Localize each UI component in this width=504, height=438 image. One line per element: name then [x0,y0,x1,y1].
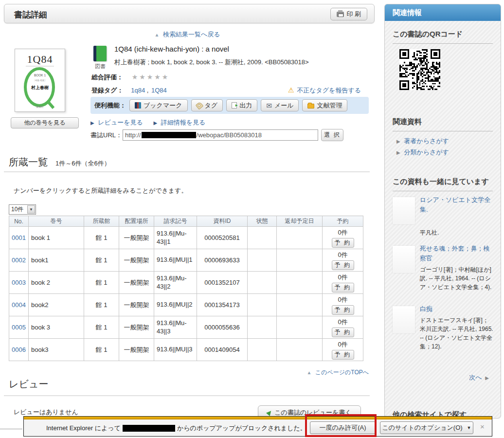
page-top-link[interactable]: ▲ このページのTOPへ [9,368,369,377]
holding-call-number: 913.6||MU||3 [154,339,197,361]
book-material-icon [93,46,107,61]
next-link[interactable]: 次へ ▶ [469,373,489,382]
bookmark-label: ブックマーク [144,101,182,110]
url-prefix: http:// [125,131,141,139]
allow-once-button[interactable]: 一度のみ許可(A) [310,421,376,434]
holding-no-cell: 0006 [9,339,29,361]
output-label: 出力 [239,101,252,110]
tags-row: 登録タグ： 1q84 , 1Q84 [91,86,167,95]
tag-button[interactable]: タグ [191,99,223,111]
holding-volume: book 2 [31,279,50,286]
holding-reserve-cell: 0件予 約 [323,294,363,316]
holdings-table: No. 巻号 所蔵館 配置場所 請求記号 資料ID 状態 返却予定日 予約 00… [9,216,363,361]
col-no: No. [9,216,29,227]
search-by-author-link[interactable]: ▶ 著者からさがす [396,137,449,146]
review-empty-text: レビューはありません [14,408,78,417]
holding-volume: book3 [31,346,48,353]
bookmark-button[interactable]: ブックマーク [129,99,188,111]
holding-volume: book 1 [29,227,84,249]
print-button[interactable]: 印 刷 [330,8,367,20]
citation-manager-button[interactable]: 文献管理 [302,99,347,111]
holding-call-number: 913.6||Mu-43||1 [154,227,197,249]
col-due-date: 返却予定日 [277,216,323,227]
search-by-class-link[interactable]: ▶ 分類からさがす [396,148,449,157]
related-item-desc: ドストエーフスキイ[著]；米川正夫訳. -- 平凡社, 1965. -- (ロシ… [420,316,494,351]
related-item-desc: ゴーゴリ[著]；中村融[ほか]訳. -- 平凡社, 1964. -- (ロシア・… [420,265,494,292]
divider [393,191,493,191]
qr-code-image [399,49,440,90]
site-options-button[interactable]: このサイトのオプション(O) ▼ [380,421,473,434]
viewed-together-title: この資料も一緒に見ています [393,177,489,186]
allow-once-label: 一度のみ許可(A) [320,423,366,432]
holding-no-link[interactable]: 0005 [12,324,26,331]
holding-volume: book1 [29,249,84,272]
tag-link-2[interactable]: 1Q84 [151,87,167,94]
holding-status [248,339,277,361]
popup-close-icon[interactable]: × [480,422,485,431]
holding-library: 館 1 [84,227,119,249]
holding-location: 一般開架 [124,324,149,331]
holding-reserve-cell: 0件予 約 [323,316,363,339]
output-button[interactable]: 出力 [226,99,257,111]
holding-no-link[interactable]: 0002 [12,256,26,264]
search-by-class-label: 分類からさがす [404,148,449,156]
reserve-button[interactable]: 予 約 [332,260,354,270]
holding-due-date [277,339,323,361]
holding-material-id: 0000520581 [197,227,248,249]
view-details-link[interactable]: ▶ 詳細情報を見る [153,119,205,126]
mail-label: メール [274,101,294,110]
per-page-select[interactable]: 10件 ▼ [9,204,36,215]
col-material-id: 資料ID [197,216,248,227]
report-invalid-tag-link[interactable]: ⚠ 不正なタグを報告する [288,86,361,95]
holding-call-number: 913.6||MU||2 [154,294,197,316]
reserve-button[interactable]: 予 約 [332,238,354,248]
holding-no-link[interactable]: 0004 [12,301,26,309]
citation-manager-label: 文献管理 [317,101,342,110]
utility-label: 便利機能： [94,101,126,110]
site-options-label: このサイトのオプション(O) [382,423,462,432]
other-volumes-button[interactable]: 他の巻号を見る [11,117,79,128]
holding-no-link[interactable]: 0006 [12,346,26,353]
reserve-count: 0件 [325,228,360,237]
holding-call-number: 913.6||MU||1 [157,256,193,263]
holdings-section-title: 所蔵一覧1件～6件（全6件） [9,156,110,169]
holding-location: 一般開架 [124,346,149,353]
holding-location: 一般開架 [119,339,154,361]
holding-volume: book2 [31,301,48,309]
holding-no-cell: 0004 [9,294,29,316]
holding-no-link[interactable]: 0001 [12,234,26,241]
reserve-button[interactable]: 予 約 [332,350,354,360]
holding-call-number: 913.6||MU||2 [157,301,193,308]
back-to-results-link[interactable]: ▲ 検索結果一覧へ戻る [0,30,375,39]
star-rating-icons: ★★★★★ [132,73,170,81]
holding-library: 館 1 [96,256,108,264]
report-invalid-tag-label: 不正なタグを報告する [297,87,361,94]
reserve-button[interactable]: 予 約 [332,283,354,292]
related-item-title[interactable]: 白痴 [420,304,494,314]
related-item-title[interactable]: 死せる魂；外套；鼻；検察官 [420,244,494,263]
biblio-url-label: 書誌URL： [90,131,122,139]
holdings-row: 0002book1館 1一般開架913.6||MU||100006936330件… [9,249,363,272]
printer-icon [337,12,344,17]
holding-no-cell: 0002 [9,249,29,272]
related-item-thumbnail [393,306,415,333]
related-materials-title: 関連資料 [393,117,422,127]
holding-no-link[interactable]: 0003 [12,279,26,286]
view-reviews-link[interactable]: ▶ レビューを見る [90,119,144,126]
holding-reserve-cell: 0件予 約 [323,227,363,249]
biblio-url-input[interactable]: http:///webopac/BB05083018 [123,129,318,141]
triangle-right-icon: ▶ [396,150,400,155]
mail-button[interactable]: ✉ メール [261,99,299,111]
footer-edge-line [0,429,22,429]
tag-separator: , [147,87,150,94]
page-header-bar: 書誌詳細 印 刷 [4,4,375,23]
select-url-button[interactable]: 選 択 [321,129,343,141]
holdings-row: 0005book 3館 1一般開架913.6||Mu-43||300000556… [9,316,363,339]
reserve-button[interactable]: 予 約 [332,305,354,315]
related-item-title[interactable]: ロシア・ソビエト文学全集. [420,195,494,214]
reserve-button[interactable]: 予 約 [332,328,354,337]
holding-library: 館 1 [96,301,108,309]
tag-link-1[interactable]: 1q84 [131,87,145,94]
related-item-thumbnail [393,197,415,224]
holding-library: 館 1 [84,339,119,361]
